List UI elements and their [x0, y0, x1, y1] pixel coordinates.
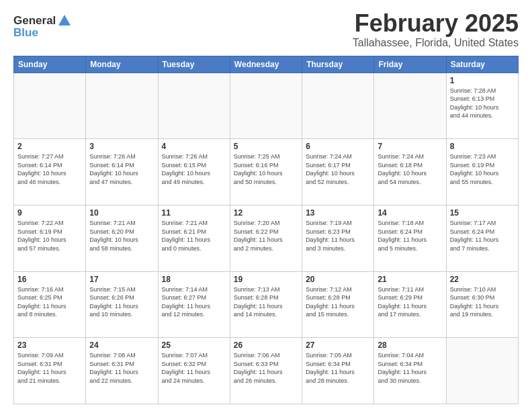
week-row-5: 23Sunrise: 7:09 AM Sunset: 6:31 PM Dayli… — [14, 338, 519, 404]
day-info: Sunrise: 7:15 AM Sunset: 6:26 PM Dayligh… — [89, 285, 154, 319]
calendar-cell: 5Sunrise: 7:25 AM Sunset: 6:16 PM Daylig… — [230, 139, 302, 205]
calendar-cell: 15Sunrise: 7:17 AM Sunset: 6:24 PM Dayli… — [446, 205, 518, 271]
day-info: Sunrise: 7:20 AM Sunset: 6:22 PM Dayligh… — [234, 219, 298, 253]
calendar-cell: 17Sunrise: 7:15 AM Sunset: 6:26 PM Dayli… — [86, 271, 158, 338]
day-number: 27 — [306, 340, 370, 350]
day-number: 4 — [162, 142, 226, 151]
day-number: 17 — [89, 275, 154, 284]
logo-icon — [57, 13, 72, 28]
logo-text: General Blue — [13, 13, 72, 40]
weekday-header-sunday: Sunday — [14, 56, 86, 73]
day-info: Sunrise: 7:16 AM Sunset: 6:25 PM Dayligh… — [17, 285, 82, 319]
calendar-cell — [374, 73, 446, 139]
subtitle: Tallahassee, Florida, United States — [353, 37, 519, 49]
weekday-header-thursday: Thursday — [302, 56, 374, 73]
day-number: 23 — [17, 340, 82, 350]
calendar-cell — [302, 73, 374, 139]
calendar-cell: 9Sunrise: 7:22 AM Sunset: 6:19 PM Daylig… — [14, 205, 86, 271]
page: General Blue February 2025 Tallahassee, … — [0, 0, 532, 411]
calendar-cell: 2Sunrise: 7:27 AM Sunset: 6:14 PM Daylig… — [14, 139, 86, 205]
calendar-cell: 8Sunrise: 7:23 AM Sunset: 6:19 PM Daylig… — [446, 139, 518, 205]
day-info: Sunrise: 7:06 AM Sunset: 6:33 PM Dayligh… — [234, 351, 298, 385]
day-number: 16 — [17, 275, 82, 284]
weekday-header-monday: Monday — [86, 56, 158, 73]
day-info: Sunrise: 7:12 AM Sunset: 6:28 PM Dayligh… — [306, 285, 370, 319]
calendar-cell: 24Sunrise: 7:08 AM Sunset: 6:31 PM Dayli… — [86, 338, 158, 404]
calendar-cell: 27Sunrise: 7:05 AM Sunset: 6:34 PM Dayli… — [302, 338, 374, 404]
day-info: Sunrise: 7:26 AM Sunset: 6:14 PM Dayligh… — [89, 152, 154, 186]
week-row-2: 2Sunrise: 7:27 AM Sunset: 6:14 PM Daylig… — [14, 139, 519, 205]
week-row-1: 1Sunrise: 7:28 AM Sunset: 6:13 PM Daylig… — [14, 73, 519, 139]
day-info: Sunrise: 7:10 AM Sunset: 6:30 PM Dayligh… — [450, 285, 515, 319]
day-number: 1 — [450, 76, 515, 85]
day-number: 21 — [378, 275, 442, 284]
day-info: Sunrise: 7:24 AM Sunset: 6:17 PM Dayligh… — [306, 152, 370, 186]
day-number: 19 — [234, 275, 298, 284]
logo-content: General Blue — [13, 13, 72, 40]
logo: General Blue — [13, 13, 72, 40]
day-info: Sunrise: 7:28 AM Sunset: 6:13 PM Dayligh… — [450, 87, 515, 120]
day-number: 5 — [234, 142, 298, 151]
logo-general: General — [13, 14, 56, 28]
day-number: 24 — [89, 340, 154, 350]
day-info: Sunrise: 7:22 AM Sunset: 6:19 PM Dayligh… — [17, 219, 82, 253]
weekday-header-row: SundayMondayTuesdayWednesdayThursdayFrid… — [14, 56, 519, 73]
day-info: Sunrise: 7:17 AM Sunset: 6:24 PM Dayligh… — [450, 219, 515, 253]
calendar-cell: 22Sunrise: 7:10 AM Sunset: 6:30 PM Dayli… — [446, 271, 518, 338]
calendar-cell: 10Sunrise: 7:21 AM Sunset: 6:20 PM Dayli… — [86, 205, 158, 271]
day-info: Sunrise: 7:26 AM Sunset: 6:15 PM Dayligh… — [162, 152, 226, 186]
day-number: 12 — [234, 208, 298, 218]
calendar-cell: 28Sunrise: 7:04 AM Sunset: 6:34 PM Dayli… — [374, 338, 446, 404]
day-number: 11 — [162, 208, 226, 218]
calendar-cell: 12Sunrise: 7:20 AM Sunset: 6:22 PM Dayli… — [230, 205, 302, 271]
title-area: February 2025 Tallahassee, Florida, Unit… — [353, 10, 519, 49]
day-info: Sunrise: 7:07 AM Sunset: 6:32 PM Dayligh… — [162, 351, 226, 385]
day-info: Sunrise: 7:04 AM Sunset: 6:34 PM Dayligh… — [378, 351, 442, 385]
calendar-table: SundayMondayTuesdayWednesdayThursdayFrid… — [13, 56, 519, 404]
calendar-cell: 26Sunrise: 7:06 AM Sunset: 6:33 PM Dayli… — [230, 338, 302, 404]
calendar-cell: 7Sunrise: 7:24 AM Sunset: 6:18 PM Daylig… — [374, 139, 446, 205]
day-info: Sunrise: 7:21 AM Sunset: 6:20 PM Dayligh… — [89, 219, 154, 253]
logo-blue: Blue — [13, 26, 72, 40]
day-number: 8 — [450, 142, 515, 151]
day-number: 10 — [89, 208, 154, 218]
day-number: 22 — [450, 275, 515, 284]
svg-marker-0 — [58, 15, 71, 26]
weekday-header-tuesday: Tuesday — [158, 56, 230, 73]
calendar-cell: 13Sunrise: 7:19 AM Sunset: 6:23 PM Dayli… — [302, 205, 374, 271]
day-info: Sunrise: 7:27 AM Sunset: 6:14 PM Dayligh… — [17, 152, 82, 186]
day-info: Sunrise: 7:09 AM Sunset: 6:31 PM Dayligh… — [17, 351, 82, 385]
day-number: 2 — [17, 142, 82, 151]
day-info: Sunrise: 7:25 AM Sunset: 6:16 PM Dayligh… — [234, 152, 298, 186]
week-row-4: 16Sunrise: 7:16 AM Sunset: 6:25 PM Dayli… — [14, 271, 519, 338]
weekday-header-friday: Friday — [374, 56, 446, 73]
day-number: 7 — [378, 142, 442, 151]
day-number: 6 — [306, 142, 370, 151]
day-number: 15 — [450, 208, 515, 218]
calendar-cell — [14, 73, 86, 139]
day-number: 13 — [306, 208, 370, 218]
day-number: 14 — [378, 208, 442, 218]
day-number: 9 — [17, 208, 82, 218]
day-number: 26 — [234, 340, 298, 350]
calendar-cell: 19Sunrise: 7:13 AM Sunset: 6:28 PM Dayli… — [230, 271, 302, 338]
day-info: Sunrise: 7:05 AM Sunset: 6:34 PM Dayligh… — [306, 351, 370, 385]
calendar-cell — [446, 338, 518, 404]
calendar-cell: 23Sunrise: 7:09 AM Sunset: 6:31 PM Dayli… — [14, 338, 86, 404]
calendar-cell: 21Sunrise: 7:11 AM Sunset: 6:29 PM Dayli… — [374, 271, 446, 338]
day-number: 3 — [89, 142, 154, 151]
calendar-cell: 1Sunrise: 7:28 AM Sunset: 6:13 PM Daylig… — [446, 73, 518, 139]
calendar-cell: 25Sunrise: 7:07 AM Sunset: 6:32 PM Dayli… — [158, 338, 230, 404]
day-number: 18 — [162, 275, 226, 284]
weekday-header-wednesday: Wednesday — [230, 56, 302, 73]
day-number: 28 — [378, 340, 442, 350]
calendar-cell: 20Sunrise: 7:12 AM Sunset: 6:28 PM Dayli… — [302, 271, 374, 338]
calendar-cell — [86, 73, 158, 139]
day-info: Sunrise: 7:23 AM Sunset: 6:19 PM Dayligh… — [450, 152, 515, 186]
calendar-cell: 11Sunrise: 7:21 AM Sunset: 6:21 PM Dayli… — [158, 205, 230, 271]
day-number: 20 — [306, 275, 370, 284]
day-number: 25 — [162, 340, 226, 350]
day-info: Sunrise: 7:19 AM Sunset: 6:23 PM Dayligh… — [306, 219, 370, 253]
calendar-cell: 6Sunrise: 7:24 AM Sunset: 6:17 PM Daylig… — [302, 139, 374, 205]
weekday-header-saturday: Saturday — [446, 56, 518, 73]
